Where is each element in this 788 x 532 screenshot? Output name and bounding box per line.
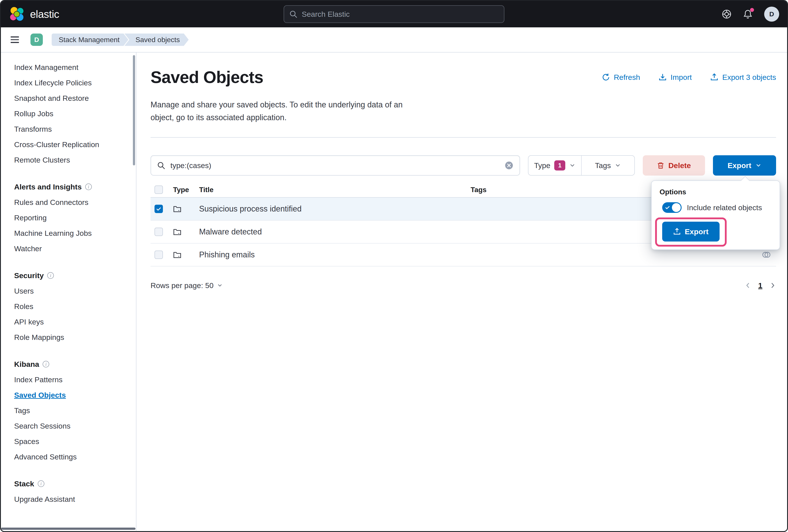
sidebar-item-reporting[interactable]: Reporting	[1, 210, 136, 225]
breadcrumb-bar: D Stack Management Saved objects	[1, 27, 787, 53]
brand[interactable]: elastic	[9, 6, 59, 22]
newsfeed-icon[interactable]	[743, 9, 753, 19]
sidebar-item-remote-clusters[interactable]: Remote Clusters	[1, 152, 136, 168]
sidebar-item-watcher[interactable]: Watcher	[1, 241, 136, 256]
sidebar-item-saved-objects[interactable]: Saved Objects	[1, 387, 136, 403]
saved-object-title[interactable]: Malware detected	[196, 227, 468, 237]
export-all-button[interactable]: Export 3 objects	[710, 73, 776, 82]
rows-per-page-button[interactable]: Rows per page: 50	[151, 281, 223, 290]
sidebar-item-roles[interactable]: Roles	[1, 299, 136, 314]
info-icon	[47, 272, 54, 279]
sidebar-header-label: Kibana	[14, 360, 39, 369]
refresh-icon	[602, 73, 610, 81]
cases-icon	[173, 228, 181, 236]
page-number[interactable]: 1	[758, 281, 762, 290]
info-icon	[85, 184, 92, 190]
sidebar-item-index-management[interactable]: Index Management	[1, 60, 136, 75]
export-confirm-label: Export	[685, 227, 709, 236]
sidebar-header-alerts-and-insights: Alerts and Insights	[1, 179, 136, 195]
rows-per-page-label: Rows per page: 50	[151, 281, 213, 290]
sidebar-item-users[interactable]: Users	[1, 283, 136, 299]
sidebar-item-upgrade-assistant[interactable]: Upgrade Assistant	[1, 491, 136, 507]
info-icon	[38, 480, 44, 487]
top-bar: elastic D	[1, 1, 787, 27]
toggle-knob	[672, 203, 681, 212]
sidebar-item-spaces[interactable]: Spaces	[1, 434, 136, 449]
page-actions: Refresh Import Export 3 objects	[602, 73, 776, 82]
sidebar-horizontal-scrollbar[interactable]	[1, 528, 136, 530]
sidebar-item-snapshot-and-restore[interactable]: Snapshot and Restore	[1, 90, 136, 106]
sidebar-vertical-scrollbar[interactable]	[133, 55, 135, 165]
column-header-type: Type	[170, 186, 196, 194]
include-related-objects-toggle[interactable]	[662, 202, 682, 213]
page-title: Saved Objects	[151, 67, 263, 88]
sidebar-header-label: Security	[14, 271, 44, 280]
select-all-checkbox[interactable]	[155, 185, 163, 194]
export-icon	[710, 73, 718, 81]
sidebar-item-rules-and-connectors[interactable]: Rules and Connectors	[1, 195, 136, 210]
export-menu-button[interactable]: Export	[713, 155, 776, 176]
delete-button[interactable]: Delete	[643, 155, 705, 176]
breadcrumb-stack-management[interactable]: Stack Management	[52, 34, 129, 46]
divider	[151, 137, 776, 138]
sidebar-item-api-keys[interactable]: API keys	[1, 314, 136, 329]
chevron-down-icon	[569, 162, 575, 168]
saved-objects-search[interactable]	[151, 155, 520, 176]
sidebar-item-rollup-jobs[interactable]: Rollup Jobs	[1, 106, 136, 121]
sidebar-item-index-lifecycle-policies[interactable]: Index Lifecycle Policies	[1, 75, 136, 90]
import-button[interactable]: Import	[659, 73, 692, 82]
export-menu-label: Export	[728, 161, 751, 170]
saved-object-title[interactable]: Suspicious process identified	[196, 204, 468, 213]
relationships-icon[interactable]	[762, 250, 771, 259]
sidebar-header-stack: Stack	[1, 476, 136, 491]
space-badge[interactable]: D	[31, 34, 43, 46]
row-checkbox[interactable]	[155, 228, 163, 236]
table-footer: Rows per page: 50 1	[151, 278, 776, 293]
chevron-down-icon	[615, 162, 621, 168]
page-header: Saved Objects Refresh Import	[151, 67, 776, 88]
main-area: Index Management Index Lifecycle Policie…	[1, 53, 787, 531]
previous-page-icon[interactable]	[745, 282, 751, 289]
global-search-input[interactable]	[302, 10, 499, 19]
row-checkbox[interactable]	[155, 205, 163, 213]
column-header-title: Title	[196, 186, 468, 194]
topbar-actions: D	[722, 7, 779, 22]
notification-dot	[750, 8, 754, 12]
tags-filter-button[interactable]: Tags	[582, 156, 634, 175]
filter-group: Type 1 Tags	[528, 155, 635, 176]
sidebar-item-advanced-settings[interactable]: Advanced Settings	[1, 449, 136, 465]
row-checkbox[interactable]	[155, 250, 163, 259]
cases-icon	[173, 250, 181, 259]
search-icon	[289, 10, 297, 18]
global-search[interactable]	[284, 5, 504, 23]
clear-search-icon[interactable]	[505, 161, 513, 170]
tags-filter-label: Tags	[595, 161, 611, 170]
saved-object-title[interactable]: Phishing emails	[196, 250, 468, 259]
saved-objects-search-input[interactable]	[171, 161, 499, 170]
sidebar-item-transforms[interactable]: Transforms	[1, 121, 136, 137]
check-icon	[665, 205, 670, 210]
sidebar-item-tags[interactable]: Tags	[1, 403, 136, 418]
sidebar-item-search-sessions[interactable]: Search Sessions	[1, 418, 136, 434]
sidebar-item-cross-cluster-replication[interactable]: Cross-Cluster Replication	[1, 137, 136, 152]
sidebar-item-index-patterns[interactable]: Index Patterns	[1, 372, 136, 387]
breadcrumb-saved-objects[interactable]: Saved objects	[124, 34, 189, 46]
type-filter-label: Type	[534, 161, 551, 170]
export-confirm-button[interactable]: Export	[662, 222, 720, 242]
export-all-label: Export 3 objects	[722, 73, 776, 82]
user-avatar[interactable]: D	[764, 7, 779, 22]
popover-arrow	[741, 176, 750, 185]
sidebar-item-machine-learning-jobs[interactable]: Machine Learning Jobs	[1, 225, 136, 241]
popover-title: Options	[659, 188, 772, 196]
trash-icon	[657, 162, 664, 169]
delete-label: Delete	[668, 161, 691, 170]
export-icon	[673, 228, 681, 236]
type-filter-count-badge: 1	[554, 160, 565, 170]
next-page-icon[interactable]	[769, 282, 776, 289]
menu-icon[interactable]	[9, 34, 21, 46]
sidebar-item-role-mappings[interactable]: Role Mappings	[1, 329, 136, 345]
type-filter-button[interactable]: Type 1	[528, 156, 581, 175]
content-area: Saved Objects Refresh Import	[136, 53, 787, 531]
help-icon[interactable]	[722, 9, 731, 19]
refresh-button[interactable]: Refresh	[602, 73, 640, 82]
